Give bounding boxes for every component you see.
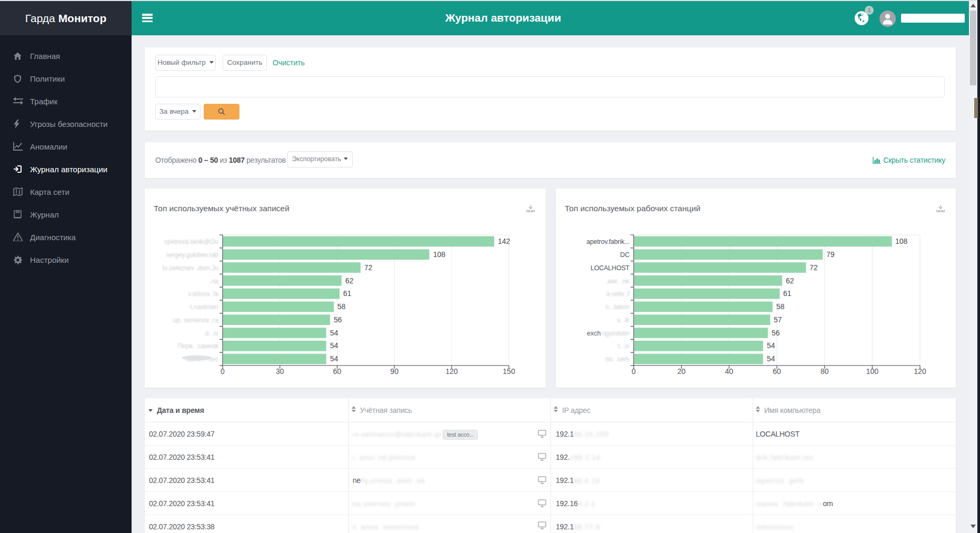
svg-text:58: 58 — [776, 302, 785, 311]
svg-text:120: 120 — [914, 367, 926, 376]
svg-text:0: 0 — [221, 367, 225, 376]
svg-text:54: 54 — [330, 341, 338, 350]
svg-text:54: 54 — [330, 329, 338, 337]
svg-text:142: 142 — [498, 237, 511, 245]
svg-text:61: 61 — [783, 289, 792, 298]
svg-text:56: 56 — [334, 315, 342, 324]
svg-text:80: 80 — [821, 367, 829, 376]
svg-text:62: 62 — [345, 277, 354, 285]
svg-text:54: 54 — [330, 354, 338, 363]
svg-text:up. semenov .ra: up. semenov .ra — [173, 317, 218, 324]
svg-text:30: 30 — [276, 367, 284, 376]
svg-text:d. .iv: d. .iv — [205, 330, 218, 337]
svg-text:Перв. .саннов: Перв. .саннов — [178, 342, 218, 350]
svg-text:.na: .na — [209, 278, 218, 285]
svg-text:no. .sem: no. .sem — [605, 356, 629, 363]
svg-text:40: 40 — [725, 367, 734, 376]
svg-text:56: 56 — [772, 329, 780, 337]
svg-text:108: 108 — [433, 250, 446, 259]
svg-text:ngondolin: ngondolin — [602, 330, 629, 337]
svg-text:58: 58 — [337, 302, 346, 311]
svg-text:57: 57 — [774, 315, 782, 324]
svg-text:79: 79 — [826, 250, 835, 259]
svg-text:a.seliv .f: a.seliv .f — [606, 290, 630, 298]
svg-text:0: 0 — [632, 367, 636, 376]
svg-text:v. .ik: v. .ik — [617, 317, 630, 324]
svg-text:60: 60 — [333, 367, 342, 376]
svg-text:60: 60 — [773, 367, 781, 376]
svg-text:62: 62 — [786, 277, 794, 285]
svg-text:apetrov.fabrik...: apetrov.fabrik... — [586, 238, 629, 245]
svg-text:Iu.seleznev .dom.Ju: Iu.seleznev .dom.Ju — [162, 264, 218, 272]
svg-text:20: 20 — [677, 367, 686, 376]
svg-text:61: 61 — [343, 289, 352, 298]
svg-text:t.nastroen: t.nastroen — [191, 303, 218, 311]
svg-text:150: 150 — [503, 367, 515, 376]
svg-text:.awr. .ne: .awr. .ne — [606, 278, 630, 285]
svg-text:LOCALHOST: LOCALHOST — [591, 264, 629, 272]
svg-text:DC: DC — [620, 251, 629, 259]
svg-text:120: 120 — [446, 367, 458, 376]
svg-text:54: 54 — [767, 354, 775, 363]
svg-text:v.orlova .fa: v.orlova .fa — [188, 290, 218, 298]
svg-text:100: 100 — [866, 367, 879, 376]
svg-text:cpetrova.tanik@Ou: cpetrova.tanik@Ou — [164, 238, 218, 245]
svg-text:n. .labrin: n. .labrin — [605, 303, 629, 311]
svg-text:t. .iv: t. .iv — [618, 342, 629, 350]
svg-text:72: 72 — [809, 263, 818, 272]
svg-text:54: 54 — [767, 341, 775, 350]
svg-text:72: 72 — [364, 263, 373, 272]
svg-text:90: 90 — [391, 367, 399, 376]
svg-text:exch: exch — [587, 330, 601, 337]
svg-text:108: 108 — [895, 237, 908, 245]
svg-text:sergey.gulobev.tab: sergey.gulobev.tab — [166, 251, 218, 259]
